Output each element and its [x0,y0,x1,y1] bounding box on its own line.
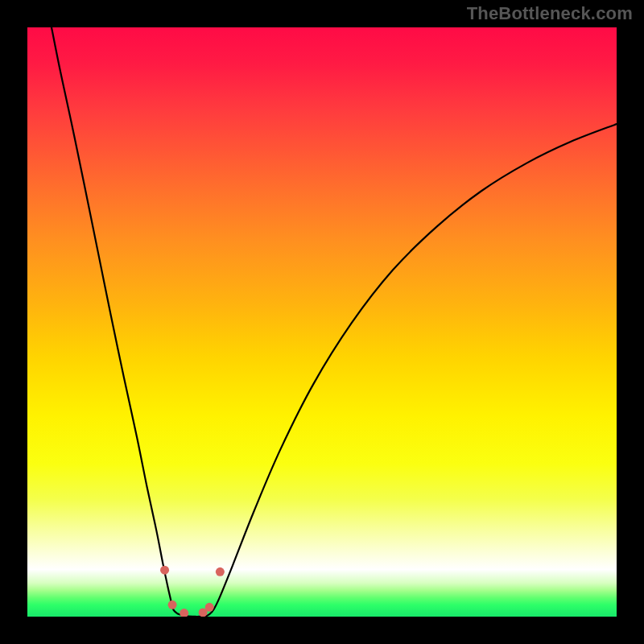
data-marker [205,603,214,612]
watermark-text: TheBottleneck.com [467,3,633,24]
data-marker [168,601,177,609]
data-marker [180,609,188,617]
data-marker [216,568,225,576]
chart-container: TheBottleneck.com [0,0,644,644]
curve-right [197,124,617,617]
curve-left [52,27,197,617]
data-marker [160,566,169,575]
curves-svg [27,27,617,617]
plot-area [27,27,617,617]
